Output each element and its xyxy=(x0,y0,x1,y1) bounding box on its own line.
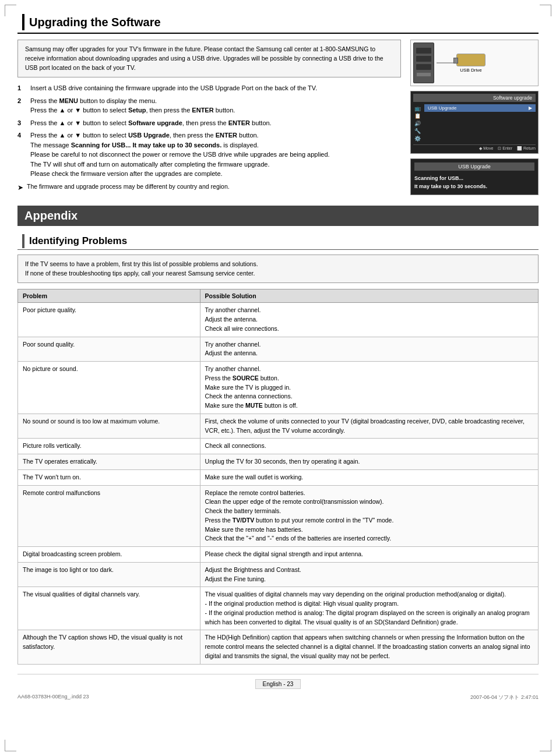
solution-cell: First, check the volume of units connect… xyxy=(200,414,538,439)
table-row: Poor sound quality.Try another channel.A… xyxy=(18,337,539,362)
sub-section-bar xyxy=(22,234,24,248)
upgrade-text-area: Samsung may offer upgrades for your TV's… xyxy=(17,40,401,195)
solution-cell: The visual qualities of digital channels… xyxy=(200,587,538,630)
appendix-section: Appendix xyxy=(17,206,539,226)
problem-cell: Picture rolls vertically. xyxy=(18,439,200,454)
software-upgrade-menu: Software upgrade 📺 📋 🔊 🔧 ⚙️ USB Upgrade … xyxy=(410,91,539,154)
corner-mark-br xyxy=(540,740,551,751)
solution-cell: Unplug the TV for 30 seconds, then try o… xyxy=(200,454,538,470)
step-3: 3 Press the ▲ or ▼ button to select Soft… xyxy=(17,118,401,128)
step-2: 2 Press the MENU button to display the m… xyxy=(17,96,401,115)
table-row: Poor picture quality.Try another channel… xyxy=(18,303,539,337)
footer-language-label: English - 23 xyxy=(255,679,301,689)
step-1-num: 1 xyxy=(17,83,27,93)
problem-cell: Remote control malfunctions xyxy=(18,485,200,547)
identifying-problems-section: Identifying Problems If the TV seems to … xyxy=(17,233,539,665)
problem-cell: Poor sound quality. xyxy=(18,337,200,362)
appendix-header: Appendix xyxy=(17,206,539,226)
solution-cell: The HD(High Definition) caption that app… xyxy=(200,630,538,664)
problems-intro-box: If the TV seems to have a problem, first… xyxy=(17,255,539,284)
solution-cell: Try another channel.Adjust the antenna. xyxy=(200,337,538,362)
usb-upgrade-scanning: Scanning for USB... It may take up to 30… xyxy=(414,174,534,191)
table-row: Picture rolls vertically.Check all conne… xyxy=(18,439,539,454)
page-footer: English - 23 xyxy=(17,674,539,689)
usb-scan-line1: Scanning for USB... xyxy=(414,174,534,182)
problem-cell: The TV won't turn on. xyxy=(18,469,200,485)
problem-cell: Poor picture quality. xyxy=(18,303,200,337)
sub-section-header: Identifying Problems xyxy=(17,233,539,250)
menu-move-label: ◆ Move xyxy=(479,146,493,151)
doc-file: AA68-03783H-00Eng_.indd 23 xyxy=(17,694,89,701)
corner-mark-bl xyxy=(5,740,16,751)
menu-enter-label: ⊡ Enter xyxy=(498,146,512,151)
step-4: 4 Press the ▲ or ▼ button to select USB … xyxy=(17,130,401,179)
table-row: No sound or sound is too low at maximum … xyxy=(18,414,539,439)
upgrading-section: Upgrading the Software Samsung may offer… xyxy=(17,12,539,195)
problem-cell: The image is too light or too dark. xyxy=(18,562,200,587)
col-header-solution: Possible Solution xyxy=(200,289,538,303)
note-line: ➤ The firmware and upgrade process may b… xyxy=(17,182,401,193)
table-row: Although the TV caption shows HD, the vi… xyxy=(18,630,539,664)
problem-cell: The visual qualities of digital channels… xyxy=(18,587,200,630)
solution-cell: Make sure the wall outlet is working. xyxy=(200,469,538,485)
table-row: Remote control malfunctionsReplace the r… xyxy=(18,485,539,547)
menu-return-label: ⬜ Return xyxy=(517,146,536,151)
step-2-num: 2 xyxy=(17,96,27,115)
solution-cell: Try another channel.Adjust the antenna.C… xyxy=(200,303,538,337)
problem-cell: No picture or sound. xyxy=(18,362,200,414)
menu-item-label: USB Upgrade xyxy=(428,105,456,111)
step-4-num: 4 xyxy=(17,130,27,179)
note-text: The firmware and upgrade process may be … xyxy=(27,182,230,193)
step-1: 1 Insert a USB drive containing the firm… xyxy=(17,83,401,93)
section-title-upgrade: Upgrading the Software xyxy=(29,16,161,29)
usb-diagram: USB Drive xyxy=(410,40,539,86)
problem-cell: Although the TV caption shows HD, the vi… xyxy=(18,630,200,664)
table-row: The TV operates erratically.Unplug the T… xyxy=(18,454,539,470)
corner-mark-tl xyxy=(5,5,16,16)
menu-arrow-icon: ▶ xyxy=(529,105,532,111)
step-3-num: 3 xyxy=(17,118,27,128)
solution-cell: Adjust the Brightness and Contrast.Adjus… xyxy=(200,562,538,587)
table-row: The image is too light or too dark.Adjus… xyxy=(18,562,539,587)
table-row: Digital broadcasting screen problem.Plea… xyxy=(18,547,539,563)
section-header-upgrade: Upgrading the Software xyxy=(17,12,539,34)
table-row: The visual qualities of digital channels… xyxy=(18,587,539,630)
usb-upgrade-box: USB Upgrade Scanning for USB... It may t… xyxy=(410,158,539,195)
usb-upgrade-box-title: USB Upgrade xyxy=(414,162,534,171)
problem-cell: Digital broadcasting screen problem. xyxy=(18,547,200,563)
step-1-text: Insert a USB drive containing the firmwa… xyxy=(30,83,401,93)
doc-date: 2007-06-04 ソフネト 2:47:01 xyxy=(470,694,539,701)
upgrade-info-text: Samsung may offer upgrades for your TV's… xyxy=(25,45,383,71)
appendix-title: Appendix xyxy=(24,209,78,222)
menu-box-title: Software upgrade xyxy=(413,94,536,102)
problem-cell: The TV operates erratically. xyxy=(18,454,200,470)
problems-intro-line1: If the TV seems to have a problem, first… xyxy=(25,260,531,269)
col-header-problem: Problem xyxy=(18,289,200,303)
corner-mark-tr xyxy=(540,5,551,16)
step-3-text: Press the ▲ or ▼ button to select Softwa… xyxy=(30,118,401,128)
table-header-row: Problem Possible Solution xyxy=(18,289,539,303)
step-2-text: Press the MENU button to display the men… xyxy=(30,96,401,115)
solution-cell: Check all connections. xyxy=(200,439,538,454)
upgrade-content: Samsung may offer upgrades for your TV's… xyxy=(17,40,539,195)
note-arrow-icon: ➤ xyxy=(17,182,23,193)
table-row: No picture or sound.Try another channel.… xyxy=(18,362,539,414)
problem-cell: No sound or sound is too low at maximum … xyxy=(18,414,200,439)
solution-cell: Try another channel.Press the SOURCE but… xyxy=(200,362,538,414)
solution-cell: Please check the digital signal strength… xyxy=(200,547,538,563)
upgrade-info-box: Samsung may offer upgrades for your TV's… xyxy=(17,40,401,77)
problems-intro-line2: If none of these troubleshooting tips ap… xyxy=(25,269,531,278)
usb-scan-line2: It may take up to 30 seconds. xyxy=(414,182,534,190)
upgrade-images-area: USB Drive Software upgrade 📺 📋 🔊 🔧 ⚙️ xyxy=(410,40,539,195)
usb-drive-label: USB Drive xyxy=(460,68,481,73)
sub-section-title: Identifying Problems xyxy=(29,235,127,247)
table-row: The TV won't turn on.Make sure the wall … xyxy=(18,469,539,485)
doc-info: AA68-03783H-00Eng_.indd 23 2007-06-04 ソフ… xyxy=(17,694,539,701)
solution-cell: Replace the remote control batteries.Cle… xyxy=(200,485,538,547)
problems-table: Problem Possible Solution Poor picture q… xyxy=(17,289,539,664)
step-4-text: Press the ▲ or ▼ button to select USB Up… xyxy=(30,130,401,179)
section-bar xyxy=(22,14,24,30)
